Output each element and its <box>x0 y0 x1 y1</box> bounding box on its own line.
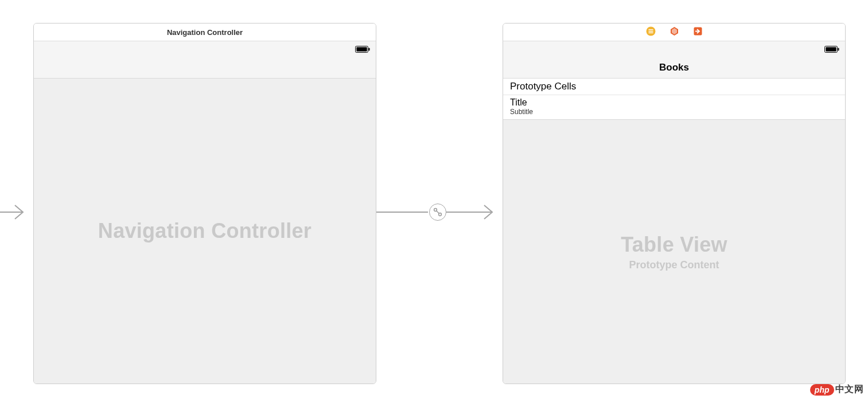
scene-titlebar[interactable]: Navigation Controller <box>34 24 376 41</box>
table-view-canvas: Table View Prototype Content <box>503 120 845 384</box>
segue-node[interactable] <box>429 204 446 221</box>
battery-icon <box>824 45 839 55</box>
svg-rect-8 <box>369 48 370 51</box>
svg-line-5 <box>437 211 439 214</box>
prototype-cell[interactable]: Title Subtitle <box>503 95 845 119</box>
status-bar-area <box>34 41 376 79</box>
placeholder-sublabel: Prototype Content <box>629 259 719 271</box>
prototype-cells-header: Prototype Cells <box>503 79 845 95</box>
cell-title-label: Title <box>510 97 838 108</box>
svg-rect-7 <box>356 47 367 51</box>
svg-point-3 <box>434 209 437 212</box>
navigation-controller-scene[interactable]: Navigation Controller Navigation Control… <box>33 23 376 384</box>
watermark-pill: php <box>810 384 834 396</box>
navigation-bar[interactable]: Books <box>503 41 845 79</box>
svg-rect-18 <box>826 47 836 51</box>
cell-subtitle-label: Subtitle <box>510 108 838 116</box>
placeholder-label: Navigation Controller <box>98 219 312 243</box>
prototype-cells-block: Prototype Cells Title Subtitle <box>503 79 845 120</box>
segue-icon <box>433 207 443 217</box>
nav-bar-title: Books <box>503 62 845 73</box>
books-scene[interactable]: Books Prototype Cells Title Subtitle Tab… <box>503 23 846 384</box>
view-controller-icon[interactable] <box>646 26 656 38</box>
first-responder-icon[interactable] <box>670 26 679 38</box>
svg-point-4 <box>439 213 442 216</box>
svg-rect-10 <box>648 29 653 30</box>
exit-icon[interactable] <box>693 26 703 38</box>
svg-rect-11 <box>648 31 653 32</box>
placeholder-label: Table View <box>621 233 727 257</box>
scene-title: Navigation Controller <box>167 28 243 37</box>
watermark: php 中文网 <box>810 384 863 396</box>
navigation-controller-canvas: Navigation Controller <box>34 79 376 384</box>
watermark-cn: 中文网 <box>835 384 864 396</box>
svg-rect-12 <box>648 33 653 33</box>
entry-arrow <box>0 201 33 224</box>
battery-icon <box>355 45 370 55</box>
svg-rect-19 <box>838 48 839 51</box>
scene-titlebar[interactable] <box>503 24 845 41</box>
